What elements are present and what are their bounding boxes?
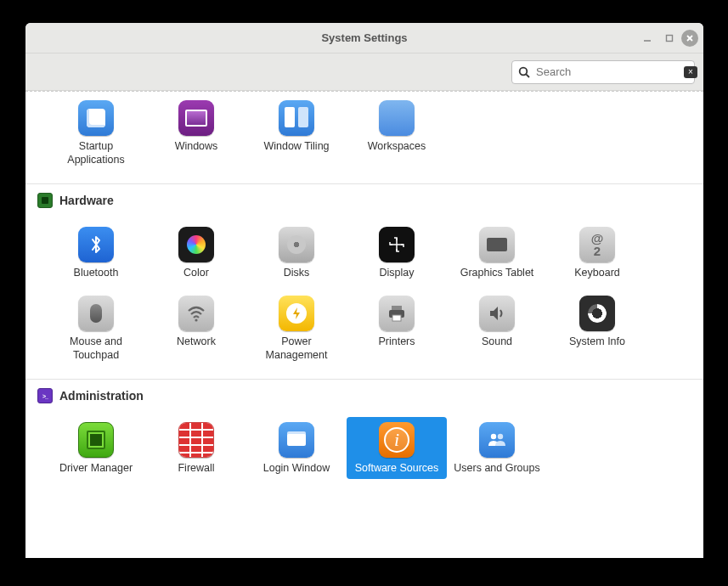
svg-line-5 [526, 74, 529, 77]
sound-icon [479, 296, 515, 331]
graphics-tablet-icon [479, 227, 515, 262]
item-workspaces[interactable]: Workspaces [347, 95, 447, 170]
item-system-info[interactable]: System Info [547, 290, 647, 365]
item-disks[interactable]: Disks [246, 222, 347, 284]
content-area: Startup Applications Windows Window Tili… [25, 91, 703, 558]
system-info-icon [579, 296, 615, 331]
item-color[interactable]: Color [146, 222, 246, 284]
search-field[interactable] [511, 60, 695, 84]
svg-point-4 [520, 67, 528, 75]
display-icon [379, 227, 415, 262]
hardware-section-icon [37, 193, 53, 208]
item-firewall[interactable]: Firewall [146, 417, 246, 479]
section-header-hardware: Hardware [25, 183, 703, 211]
disks-icon [279, 227, 314, 262]
search-icon [517, 65, 531, 79]
item-mouse-touchpad[interactable]: Mouse and Touchpad [46, 290, 146, 365]
firewall-icon [178, 422, 214, 458]
administration-section-title: Administration [59, 389, 144, 403]
software-sources-icon [379, 422, 415, 458]
mouse-icon [78, 296, 114, 331]
svg-rect-9 [392, 306, 402, 310]
keyboard-icon: @ 2 [579, 227, 615, 262]
item-users-and-groups[interactable]: Users and Groups [447, 417, 547, 479]
windows-icon [178, 100, 214, 136]
printers-icon [379, 296, 415, 331]
color-icon [178, 227, 214, 262]
workspaces-icon [379, 100, 415, 136]
item-startup-applications[interactable]: Startup Applications [46, 95, 146, 170]
login-window-icon [279, 422, 314, 458]
item-login-window[interactable]: Login Window [246, 417, 347, 479]
item-power-management[interactable]: Power Management [246, 290, 347, 365]
maximize-button[interactable] [659, 28, 680, 48]
svg-point-13 [498, 434, 503, 439]
item-sound[interactable]: Sound [447, 290, 547, 365]
close-button[interactable] [681, 30, 698, 47]
section-row-hardware: Bluetooth Color Disks [25, 211, 703, 379]
section-row-partial: Startup Applications Windows Window Tili… [25, 92, 703, 183]
section-row-administration: Driver Manager Firewall Login Window Sof… [25, 407, 703, 493]
startup-applications-icon [78, 100, 114, 136]
users-groups-icon [479, 422, 515, 458]
item-printers[interactable]: Printers [347, 290, 447, 365]
item-driver-manager[interactable]: Driver Manager [46, 417, 146, 479]
power-icon [279, 296, 314, 331]
item-display[interactable]: Display [347, 222, 447, 284]
window-tiling-icon [279, 100, 314, 136]
svg-point-8 [195, 318, 197, 321]
search-input[interactable] [536, 65, 679, 78]
hardware-section-title: Hardware [59, 194, 114, 207]
driver-manager-icon [78, 422, 114, 458]
item-windows[interactable]: Windows [146, 95, 246, 170]
administration-section-icon [37, 388, 53, 403]
item-network[interactable]: Network [146, 290, 246, 365]
network-icon [178, 296, 214, 331]
item-bluetooth[interactable]: Bluetooth [46, 222, 146, 284]
bluetooth-icon [78, 227, 114, 262]
toolbar [25, 54, 703, 91]
minimize-button[interactable] [637, 28, 657, 48]
svg-rect-1 [667, 36, 673, 42]
item-keyboard[interactable]: @ 2 Keyboard [547, 222, 647, 284]
window-title: System Settings [321, 31, 407, 44]
window-controls [637, 28, 698, 48]
svg-point-12 [491, 434, 496, 439]
section-header-administration: Administration [25, 379, 703, 407]
item-graphics-tablet[interactable]: Graphics Tablet [447, 222, 547, 284]
titlebar: System Settings [25, 23, 703, 54]
settings-window: System Settings [25, 23, 703, 558]
clear-search-icon[interactable] [684, 66, 697, 78]
item-software-sources[interactable]: Software Sources [347, 417, 447, 479]
item-window-tiling[interactable]: Window Tiling [246, 95, 347, 170]
svg-rect-11 [392, 315, 401, 321]
